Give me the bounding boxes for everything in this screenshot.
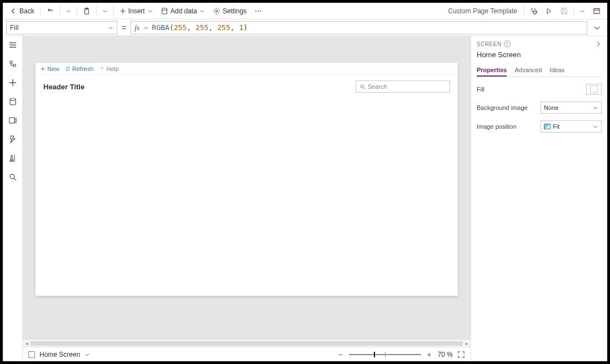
separator (40, 6, 41, 16)
play-button[interactable] (542, 4, 556, 18)
chevron-down-icon (66, 8, 71, 14)
zoom-in-button[interactable]: + (426, 351, 433, 358)
arrow-left-icon (9, 7, 17, 15)
separator (573, 6, 574, 16)
zoom-out-button[interactable]: − (337, 351, 344, 358)
separator (113, 6, 114, 16)
undo-split-button[interactable] (62, 4, 74, 18)
chevron-down-icon[interactable] (84, 352, 90, 357)
paste-button[interactable] (79, 4, 94, 18)
fill-color-picker[interactable] (586, 84, 602, 95)
left-rail (3, 36, 23, 361)
data-icon[interactable] (8, 97, 17, 106)
tab-advanced[interactable]: Advanced (514, 64, 542, 77)
hamburger-icon[interactable] (8, 41, 17, 49)
stethoscope-icon (530, 7, 538, 15)
tab-properties[interactable]: Properties (477, 64, 507, 77)
paste-split-button[interactable] (99, 4, 111, 18)
separator (524, 6, 524, 16)
scroll-thumb[interactable] (31, 341, 463, 346)
panel-tabs: Properties Advanced Ideas (477, 64, 602, 77)
undo-icon (46, 7, 54, 15)
image-icon (544, 124, 551, 129)
main-area: New Refresh Help Header Title S (3, 36, 607, 361)
power-automate-icon[interactable] (8, 135, 17, 144)
search-input[interactable]: Search (356, 80, 450, 93)
svg-point-6 (260, 10, 261, 11)
page-title: Custom Page Template (443, 7, 522, 15)
undo-button[interactable] (43, 4, 57, 18)
svg-point-2 (162, 8, 167, 10)
property-selector[interactable]: Fill (6, 21, 117, 34)
row-image-position: Image position Fit (477, 120, 602, 133)
overflow-button[interactable] (251, 4, 266, 18)
screen-checkbox[interactable] (28, 351, 35, 358)
formula-input[interactable]: fx RGBA(255, 255, 255, 1) (131, 21, 587, 34)
screen-name: Home Screen (39, 351, 80, 358)
tools-icon[interactable] (8, 154, 17, 163)
formula-expand-button[interactable] (591, 21, 604, 34)
chevron-down-icon (143, 25, 149, 31)
screen-preview[interactable]: New Refresh Help Header Title S (36, 63, 458, 296)
save-icon (560, 7, 568, 15)
insert-button[interactable]: Insert (116, 4, 156, 18)
page-header: Header Title Search (36, 75, 458, 98)
control-name: Home Screen (477, 50, 602, 59)
tree-view-icon[interactable] (8, 59, 17, 68)
search-icon[interactable] (8, 173, 17, 181)
chevron-right-icon[interactable] (595, 41, 602, 47)
add-data-button[interactable]: Add data (157, 4, 208, 18)
zoom-value: 70 % (438, 351, 453, 358)
fit-screen-icon[interactable] (457, 351, 465, 358)
separator (59, 6, 60, 16)
gear-icon (213, 7, 221, 15)
row-bg-image: Background image None (477, 102, 602, 114)
svg-point-4 (256, 10, 257, 11)
new-button[interactable]: New (40, 65, 59, 72)
svg-point-9 (10, 98, 16, 100)
separator (77, 6, 77, 16)
svg-point-3 (216, 10, 218, 12)
panel-section: SCREEN (477, 41, 502, 47)
scroll-right-icon[interactable]: ▸ (463, 341, 471, 346)
help-icon[interactable]: ? (504, 41, 511, 47)
save-button[interactable] (557, 4, 571, 18)
search-placeholder: Search (368, 83, 387, 90)
image-position-dropdown[interactable]: Fit (541, 120, 602, 133)
plus-icon[interactable] (8, 78, 17, 87)
refresh-icon (65, 66, 71, 72)
separator (96, 6, 97, 16)
tab-ideas[interactable]: Ideas (549, 64, 564, 77)
search-icon (359, 84, 366, 90)
chevron-down-icon (593, 105, 598, 110)
status-bar: Home Screen − + 70 % (23, 347, 471, 361)
question-icon (99, 66, 105, 72)
back-button[interactable]: Back (6, 4, 38, 18)
refresh-button[interactable]: Refresh (65, 65, 94, 72)
page-toolbar: New Refresh Help (36, 63, 458, 75)
media-icon[interactable] (8, 116, 17, 125)
app-checker-button[interactable] (527, 4, 541, 18)
svg-point-5 (258, 10, 259, 11)
publish-icon (593, 7, 601, 15)
bg-image-dropdown[interactable]: None (541, 102, 602, 114)
back-label: Back (19, 7, 34, 15)
save-split-button[interactable] (576, 4, 588, 18)
chevron-down-icon (108, 25, 113, 31)
properties-panel: SCREEN ? Home Screen Properties Advanced… (471, 36, 607, 361)
plus-icon (40, 66, 46, 72)
zoom-slider[interactable] (349, 351, 421, 358)
formula-text: RGBA(255, 255, 255, 1) (152, 23, 248, 32)
settings-button[interactable]: Settings (209, 4, 250, 18)
scroll-left-icon[interactable]: ◂ (23, 341, 31, 346)
canvas-area[interactable]: New Refresh Help Header Title S (23, 36, 471, 339)
fx-icon: fx (134, 23, 139, 32)
publish-button[interactable] (589, 4, 604, 18)
scroll-track[interactable] (31, 341, 463, 346)
help-button[interactable]: Help (99, 65, 119, 72)
panel-header: SCREEN ? (477, 41, 602, 47)
settings-label: Settings (223, 7, 247, 15)
chevron-down-icon (579, 8, 585, 14)
play-icon (546, 8, 552, 14)
horizontal-scrollbar[interactable]: ◂ ▸ (23, 339, 471, 347)
